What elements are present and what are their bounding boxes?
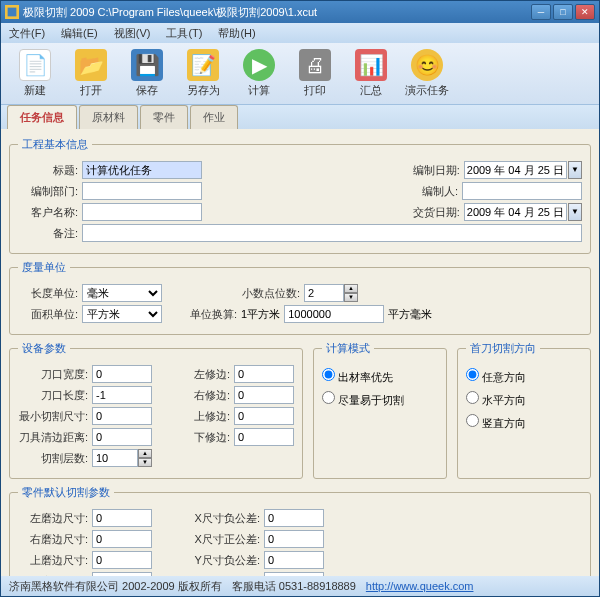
edge-label: 刀具清边距离: xyxy=(18,430,88,445)
width-input[interactable] xyxy=(92,365,152,383)
spin-down-icon[interactable]: ▼ xyxy=(138,458,152,467)
note-input[interactable] xyxy=(82,224,582,242)
open-button[interactable]: 📂打开 xyxy=(65,47,117,101)
cutdir-opt2[interactable]: 水平方向 xyxy=(466,391,582,408)
width-label: 刀口宽度: xyxy=(18,367,88,382)
lgrind-input[interactable] xyxy=(92,509,152,527)
yneg-label: Y尺寸负公差: xyxy=(190,553,260,568)
cutdir-opt1[interactable]: 任意方向 xyxy=(466,368,582,385)
date-label: 编制日期: xyxy=(400,163,460,178)
group-unit: 度量单位 长度单位: 毫米 小数点位数: ▲▼ 面积单位: 平方米 单位换算: … xyxy=(9,260,591,335)
dec-label: 小数点位数: xyxy=(230,286,300,301)
new-icon: 📄 xyxy=(19,49,51,81)
len-input[interactable] xyxy=(92,386,152,404)
new-button[interactable]: 📄新建 xyxy=(9,47,61,101)
dec-spinner[interactable]: ▲▼ xyxy=(304,284,358,302)
tabstrip: 任务信息 原材料 零件 作业 xyxy=(1,105,599,129)
conv-label: 单位换算: xyxy=(190,307,237,322)
tab-material[interactable]: 原材料 xyxy=(79,105,138,129)
conv-text: 1平方米 xyxy=(241,307,280,322)
tgrind-input[interactable] xyxy=(92,551,152,569)
status-link[interactable]: http://www.queek.com xyxy=(366,580,474,592)
tab-task[interactable]: 任务信息 xyxy=(7,105,77,129)
print-button[interactable]: 🖨打印 xyxy=(289,47,341,101)
len-unit-label: 长度单位: xyxy=(18,286,78,301)
maximize-button[interactable]: □ xyxy=(553,4,573,20)
deliv-picker[interactable]: 2009 年 04 月 25 日▼ xyxy=(464,203,582,221)
len-label: 刀口长度: xyxy=(18,388,88,403)
group-partdef: 零件默认切割参数 左磨边尺寸:X尺寸负公差: 右磨边尺寸:X尺寸正公差: 上磨边… xyxy=(9,485,591,576)
author-input[interactable] xyxy=(462,182,582,200)
menu-file[interactable]: 文件(F) xyxy=(5,24,49,43)
menu-edit[interactable]: 编辑(E) xyxy=(57,24,102,43)
group-device: 设备参数 刀口宽度:左修边: 刀口长度:右修边: 最小切割尺寸:上修边: 刀具清… xyxy=(9,341,303,479)
summary-button[interactable]: 📊汇总 xyxy=(345,47,397,101)
tab-job[interactable]: 作业 xyxy=(190,105,238,129)
mincut-input[interactable] xyxy=(92,407,152,425)
cust-label: 客户名称: xyxy=(18,205,78,220)
xneg-input[interactable] xyxy=(264,509,324,527)
conv-input[interactable] xyxy=(284,305,384,323)
minimize-button[interactable]: ─ xyxy=(531,4,551,20)
open-icon: 📂 xyxy=(75,49,107,81)
dept-label: 编制部门: xyxy=(18,184,78,199)
group-unit-legend: 度量单位 xyxy=(18,260,70,275)
group-device-legend: 设备参数 xyxy=(18,341,70,356)
save-icon: 💾 xyxy=(131,49,163,81)
right-label: 右修边: xyxy=(180,388,230,403)
mincut-label: 最小切割尺寸: xyxy=(18,409,88,424)
demo-button[interactable]: 😊演示任务 xyxy=(401,47,453,101)
date-picker[interactable]: 2009 年 04 月 25 日▼ xyxy=(464,161,582,179)
app-window: 极限切割 2009 C:\Program Files\queek\极限切割200… xyxy=(0,0,600,597)
xpos-input[interactable] xyxy=(264,530,324,548)
chevron-down-icon[interactable]: ▼ xyxy=(568,203,582,221)
yneg-input[interactable] xyxy=(264,551,324,569)
right-input[interactable] xyxy=(234,386,294,404)
dept-input[interactable] xyxy=(82,182,202,200)
group-calcmode-legend: 计算模式 xyxy=(322,341,374,356)
toolbar: 📄新建 📂打开 💾保存 📝另存为 ▶计算 🖨打印 📊汇总 😊演示任务 xyxy=(1,43,599,105)
cutdir-opt3[interactable]: 竖直方向 xyxy=(466,414,582,431)
deliv-label: 交货日期: xyxy=(400,205,460,220)
group-cutdir: 首刀切割方向 任意方向 水平方向 竖直方向 xyxy=(457,341,591,479)
group-basic: 工程基本信息 标题: 编制日期: 2009 年 04 月 25 日▼ 编制部门:… xyxy=(9,137,591,254)
group-basic-legend: 工程基本信息 xyxy=(18,137,92,152)
calc-button[interactable]: ▶计算 xyxy=(233,47,285,101)
spin-down-icon[interactable]: ▼ xyxy=(344,293,358,302)
tab-parts[interactable]: 零件 xyxy=(140,105,188,129)
len-unit-select[interactable]: 毫米 xyxy=(82,284,162,302)
spin-up-icon[interactable]: ▲ xyxy=(138,449,152,458)
rgrind-input[interactable] xyxy=(92,530,152,548)
save-button[interactable]: 💾保存 xyxy=(121,47,173,101)
conv-suffix: 平方毫米 xyxy=(388,307,432,322)
close-button[interactable]: ✕ xyxy=(575,4,595,20)
chevron-down-icon[interactable]: ▼ xyxy=(568,161,582,179)
edge-input[interactable] xyxy=(92,428,152,446)
menu-help[interactable]: 帮助(H) xyxy=(214,24,259,43)
menu-tool[interactable]: 工具(T) xyxy=(162,24,206,43)
calcmode-opt2[interactable]: 尽量易于切割 xyxy=(322,391,438,408)
lgrind-label: 左磨边尺寸: xyxy=(18,511,88,526)
spin-up-icon[interactable]: ▲ xyxy=(344,284,358,293)
bottom-input[interactable] xyxy=(234,428,294,446)
title-input[interactable] xyxy=(82,161,202,179)
window-title: 极限切割 2009 C:\Program Files\queek\极限切割200… xyxy=(23,5,531,20)
summary-icon: 📊 xyxy=(355,49,387,81)
top-input[interactable] xyxy=(234,407,294,425)
layers-label: 切割层数: xyxy=(18,451,88,466)
layers-spinner[interactable]: ▲▼ xyxy=(92,449,152,467)
author-label: 编制人: xyxy=(398,184,458,199)
group-cutdir-legend: 首刀切割方向 xyxy=(466,341,540,356)
print-icon: 🖨 xyxy=(299,49,331,81)
content-area: 工程基本信息 标题: 编制日期: 2009 年 04 月 25 日▼ 编制部门:… xyxy=(1,129,599,576)
left-label: 左修边: xyxy=(180,367,230,382)
saveas-button[interactable]: 📝另存为 xyxy=(177,47,229,101)
left-input[interactable] xyxy=(234,365,294,383)
cust-input[interactable] xyxy=(82,203,202,221)
menu-view[interactable]: 视图(V) xyxy=(110,24,155,43)
xneg-label: X尺寸负公差: xyxy=(190,511,260,526)
area-unit-select[interactable]: 平方米 xyxy=(82,305,162,323)
calc-icon: ▶ xyxy=(243,49,275,81)
rgrind-label: 右磨边尺寸: xyxy=(18,532,88,547)
calcmode-opt1[interactable]: 出材率优先 xyxy=(322,368,438,385)
